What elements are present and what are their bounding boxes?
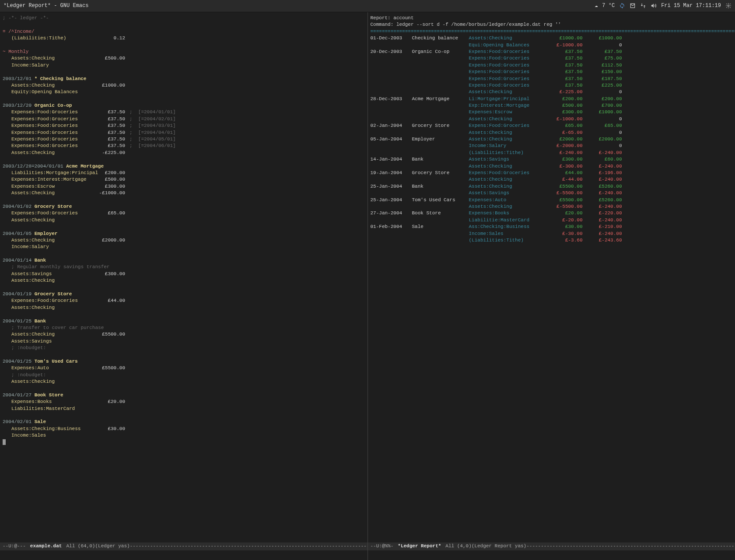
report-account: Assets:Checking	[469, 89, 543, 95]
report-balance: 0	[583, 116, 622, 122]
report-account: Ass:Checking:Business	[469, 224, 543, 230]
transaction-header: 2004/01/02 Grocery Store	[3, 201, 72, 209]
modeline-flags: --U:@---	[3, 543, 26, 550]
transaction-note: ; Transfer to cover car purchase	[3, 325, 104, 330]
report-row: Income:Salary£-2000.000	[371, 143, 733, 149]
report-command: Command: ledger --sort d -f /home/borbus…	[371, 21, 733, 28]
posting-amount: -£1000.00	[90, 190, 125, 196]
report-account: Assets:Savings	[469, 190, 543, 196]
transaction-header: 2004/01/19 Grocery Store	[3, 289, 72, 297]
report-amount: £-300.00	[543, 163, 583, 170]
report-row: 27-Jan-2004Book StoreExpenses:Books£20.0…	[371, 210, 733, 217]
report-row: Assets:Checking£-225.000	[371, 89, 733, 95]
refresh-icon[interactable]	[619, 3, 625, 9]
posting-note	[125, 170, 130, 176]
report-account: Expenses:Books	[469, 210, 543, 217]
posting-amount: £30.00	[90, 426, 125, 432]
report-date: 19-Jan-2004	[371, 170, 412, 176]
volume-icon[interactable]	[651, 3, 657, 9]
report-row: Expens:Food:Groceries£37.50£112.50	[371, 62, 733, 69]
report-payee	[412, 55, 469, 62]
file-comment: ; -*- ledger -*-	[3, 15, 49, 21]
posting-amount: £37.50	[90, 136, 125, 143]
posting-note	[125, 190, 130, 196]
posting-account: Income:Salary	[3, 62, 90, 69]
report-amount: £20.00	[543, 210, 583, 217]
report-pane[interactable]: Report: account Command: ledger --sort d…	[368, 12, 735, 560]
report-date	[371, 237, 412, 244]
posting-account: Equity:Opening Balances	[3, 89, 90, 95]
svg-point-0	[728, 5, 729, 7]
report-date	[371, 143, 412, 149]
report-amount: £-65.00	[543, 130, 583, 136]
mail-icon[interactable]	[630, 3, 636, 9]
report-divider: ========================================…	[371, 28, 733, 35]
posting-account: Assets:Checking:Business	[3, 426, 90, 432]
report-payee: Grocery Store	[412, 122, 469, 129]
posting-amount	[90, 277, 125, 284]
report-payee	[412, 42, 469, 49]
report-balance: £-240.00	[583, 150, 622, 156]
report-payee: Organic Co-op	[412, 49, 469, 55]
report-account: Equi:Opening Balances	[469, 42, 543, 49]
report-amount: £37.50	[543, 49, 583, 55]
posting-amount: £44.00	[90, 298, 125, 304]
modeline-pos: All (4,0)	[445, 543, 471, 550]
report-balance: 0	[583, 143, 622, 149]
report-payee	[412, 102, 469, 109]
report-payee: Checking balance	[412, 35, 469, 42]
posting-account: Expenses:Food:Groceries	[3, 122, 90, 129]
report-amount: £300.00	[543, 109, 583, 116]
report-balance: £65.00	[583, 122, 622, 129]
report-payee: Grocery Store	[412, 170, 469, 176]
report-payee	[412, 143, 469, 149]
periodic-xact: ~ Monthly	[3, 49, 28, 54]
posting-note	[125, 82, 130, 89]
report-account: Expens:Food:Groceries	[469, 82, 543, 89]
modeline-fill: ----------------------------------------…	[526, 543, 735, 550]
report-payee: Bank	[412, 156, 469, 163]
report-date	[371, 42, 412, 49]
report-amount: £-20.00	[543, 217, 583, 224]
transaction-header: 2004/01/25 Tom's Used Cars	[3, 356, 78, 364]
network-icon[interactable]	[640, 3, 646, 9]
posting-note	[125, 277, 130, 284]
posting-account: Expenses:Interest:Mortgage	[3, 176, 90, 183]
report-amount: £44.00	[543, 170, 583, 176]
report-account: Income:Sales	[469, 231, 543, 237]
report-date: 27-Jan-2004	[371, 210, 412, 217]
report-date: 01-Feb-2004	[371, 224, 412, 230]
posting-amount	[90, 89, 125, 95]
transaction-header: 2004/01/14 Bank	[3, 255, 46, 263]
report-balance: £112.50	[583, 62, 622, 69]
report-amount: £-1000.00	[543, 42, 583, 49]
report-balance: 0	[583, 89, 622, 95]
report-payee: Employer	[412, 136, 469, 143]
transaction-note: ; Regular monthly savings transfer	[3, 264, 109, 270]
report-balance: £187.50	[583, 76, 622, 82]
posting-account: Assets:Checking	[3, 217, 90, 224]
report-payee	[412, 231, 469, 237]
posting-amount: £37.50	[90, 130, 125, 136]
report-amount: £37.50	[543, 82, 583, 89]
report-account: Expens:Food:Groceries	[469, 170, 543, 176]
report-balance: £-240.00	[583, 217, 622, 224]
posting-amount	[90, 217, 125, 224]
report-date	[371, 76, 412, 82]
report-balance: £-240.00	[583, 231, 622, 237]
report-row: Liabilitie:MasterCard£-20.00£-240.00	[371, 217, 733, 224]
posting-account: Liabilities:Mortgage:Principal	[3, 170, 90, 176]
report-amount: £37.50	[543, 55, 583, 62]
report-row: 01-Feb-2004SaleAss:Checking:Business£30.…	[371, 224, 733, 230]
report-row: 25-Jan-2004Tom's Used CarsExpenses:Auto£…	[371, 197, 733, 203]
posting-amount: £200.00	[90, 170, 125, 176]
system-tray: ☁ 7 °C Fri 15 Mar 17:11:19	[595, 2, 732, 10]
gear-icon[interactable]	[725, 3, 732, 9]
report-payee: Book Store	[412, 210, 469, 217]
auto-xact-pattern: = /^Income/	[3, 29, 35, 34]
posting-account: Expenses:Food:Groceries	[3, 136, 90, 143]
transaction-header: 2003/12/20 Organic Co-op	[3, 100, 72, 108]
posting-note	[125, 406, 130, 412]
editor-pane[interactable]: ; -*- ledger -*- = /^Income/(Liabilities…	[0, 12, 368, 560]
report-date	[371, 116, 412, 122]
